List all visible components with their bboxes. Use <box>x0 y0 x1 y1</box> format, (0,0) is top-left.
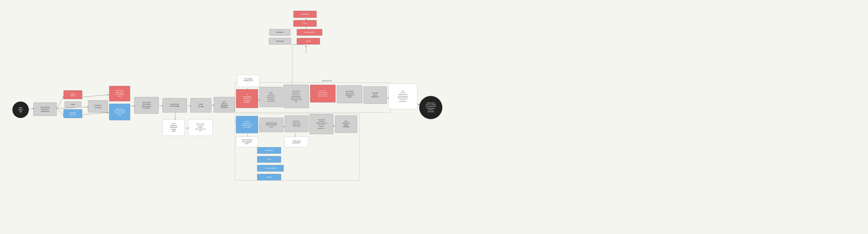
ai-offers-node: AI offersassistance inthe developmentof … <box>236 116 258 133</box>
user-active-node: User active CM <box>12 101 29 118</box>
their-label: their <box>294 99 329 142</box>
svg-line-18 <box>83 95 108 97</box>
melody-passive-node: Melody <box>257 174 281 180</box>
instrumentation-passive-node: Instrumentation <box>257 165 284 172</box>
cross-ref-node: Crossreferencesthe idea toexistingwork <box>162 119 185 136</box>
user-determines-node: Userdeterminesprojectcompletion <box>335 115 357 133</box>
instrumentation-top-node: Instrumentation <box>297 29 322 36</box>
assistant-node: Assistant(Passive) <box>63 109 82 118</box>
ask-sense-node: Ask to get asense of theuser's playingst… <box>109 86 130 101</box>
your-playing-node: "Your playingreminds me of..." <box>237 75 259 87</box>
ai-responds-node: AIautomaticallyresponds byprovidingfeedb… <box>236 89 258 108</box>
composition-top-node: Composition <box>293 11 317 18</box>
composition-passive-node: Composition <box>257 147 281 154</box>
user-chooses-node: User chooseslevel/type ofcollaboration <box>33 103 57 116</box>
melody-top-node: Melody <box>297 38 320 45</box>
user-receives-node: Userreceivesanalytics basedon the intera… <box>389 84 417 109</box>
restructure-top-node: Restructure <box>269 38 291 45</box>
scale-node: Scale <box>65 101 81 108</box>
svg-line-14 <box>57 97 64 109</box>
lyrics-top-node: Lyrics <box>293 20 317 27</box>
user-selects-node: User selects fromoptions providedby AI <box>259 118 283 132</box>
slices-node: Slicesthe data <box>190 98 211 113</box>
ask-preestablished-node: Asks for the(pre-established)structure o… <box>109 104 130 120</box>
alterations-forth-label: alterations forth <box>313 78 340 84</box>
user-ai-work-node: User and AI"work" on thecompletion ofa p… <box>337 85 362 103</box>
svg-line-16 <box>57 109 64 115</box>
user-records-node: User recordstheir musicalidea (data) int… <box>134 97 159 114</box>
svg-line-19 <box>83 113 108 115</box>
finished-idea-node: A finishedidea isestablished. <box>364 86 387 104</box>
ai-processes-node: AI processesthe information <box>162 98 187 113</box>
sorts-node: Sortsdata intoappropriatecategories <box>214 97 235 113</box>
ai-asks-input-node: AI asks foruser input <box>88 100 108 113</box>
agent-node: Agent(Active) <box>63 90 82 99</box>
lyrics-passive-node: Lyrics <box>257 156 281 163</box>
data-stored-node: Data is storedin relevantlocationand/or … <box>188 119 213 136</box>
improvise-top-node: Improvise <box>269 29 290 36</box>
collaboration-score-node: Collaboration Score is relayed to produc… <box>419 96 442 119</box>
how-develop-node: "How would youlike to developthis?" <box>236 137 258 147</box>
main-canvas: User active CM User chooseslevel/type of… <box>0 0 868 234</box>
uses-data-node: Usesdata toinfluence theproduction ofgen… <box>259 87 283 107</box>
